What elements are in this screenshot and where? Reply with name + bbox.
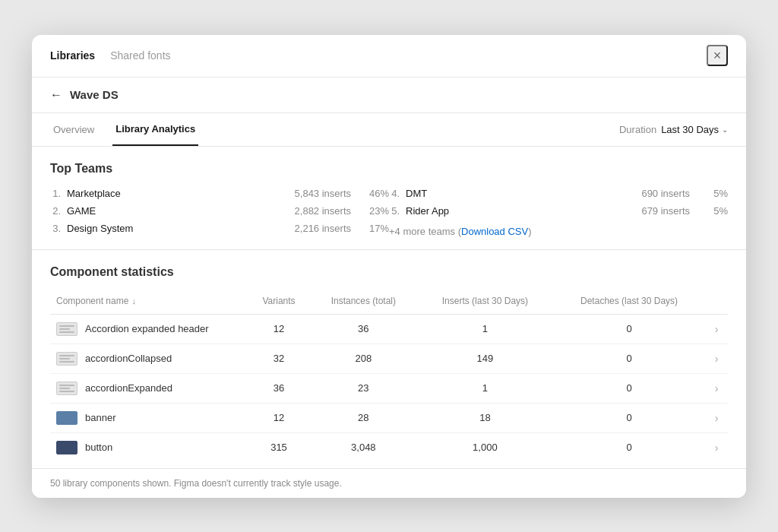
modal-footer: 50 library components shown. Figma doesn… [32,468,746,498]
team-row: 5. Rider App 679 inserts 5% [389,205,728,217]
table-row: accordionExpanded 36 23 1 0 › [50,373,728,403]
duration-dropdown[interactable]: Last 30 Days ⌄ [661,124,728,135]
teams-grid: 1. Marketplace 5,843 inserts 46% 2. GAME… [50,188,728,237]
team-pct: 17% [366,223,389,234]
inserts-cell: 1 [417,314,553,344]
component-icon [56,411,77,425]
instances-cell: 208 [310,344,417,373]
table-row: button 315 3,048 1,000 0 › [50,432,728,462]
team-pct: 46% [366,188,389,199]
team-inserts: 2,216 inserts [295,223,351,234]
detaches-cell: 0 [553,403,705,432]
back-button[interactable]: ← [50,88,62,102]
chevron-right-icon[interactable]: › [715,323,719,335]
component-name: button [85,442,112,453]
row-arrow-cell[interactable]: › [705,344,728,373]
table-row: Accordion expanded header 12 36 1 0 › [50,314,728,344]
team-name: Design System [67,223,143,234]
modal-container: Libraries Shared fonts × ← Wave DS Overv… [32,35,746,498]
team-row: 2. GAME 2,882 inserts 23% [50,205,389,217]
th-variants: Variants [248,291,310,315]
team-pct: 5% [705,205,728,217]
detaches-cell: 0 [553,432,705,462]
th-name: Component name ↓ [50,291,248,315]
inserts-cell: 1,000 [417,432,553,462]
instances-cell: 3,048 [310,432,417,462]
nav-row: Overview Library Analytics Duration Last… [32,113,746,147]
detaches-cell: 0 [553,314,705,344]
close-button[interactable]: × [707,45,728,66]
back-row: ← Wave DS [32,78,746,113]
download-csv-link[interactable]: Download CSV [461,226,528,237]
component-stats-section: Component statistics Component name ↓ Va… [32,249,746,468]
more-teams-row: +4 more teams (Download CSV) [389,226,728,237]
row-arrow-cell[interactable]: › [705,432,728,462]
tab-library-analytics[interactable]: Library Analytics [112,112,198,146]
team-inserts: 5,843 inserts [295,188,351,199]
detaches-cell: 0 [553,373,705,403]
team-name: Rider App [406,205,482,217]
chevron-right-icon[interactable]: › [715,353,719,365]
top-teams-title: Top Teams [50,162,728,176]
component-icon [56,322,77,336]
component-table: Component name ↓ Variants Instances (tot… [50,291,728,462]
component-name: Accordion expanded header [85,323,209,334]
team-pct: 5% [705,188,728,199]
team-row: 1. Marketplace 5,843 inserts 46% [50,188,389,199]
teams-right-col: 4. DMT 690 inserts 5% 5. Rider App 679 i… [389,188,728,237]
variants-cell: 315 [248,432,310,462]
variants-cell: 32 [248,344,310,373]
row-arrow-cell[interactable]: › [705,403,728,432]
component-name: accordionCollapsed [85,353,172,364]
variants-cell: 12 [248,403,310,432]
row-arrow-cell[interactable]: › [705,314,728,344]
footer-text: 50 library components shown. Figma doesn… [50,478,342,489]
component-icon [56,352,77,366]
th-inserts: Inserts (last 30 Days) [417,291,553,315]
instances-cell: 28 [310,403,417,432]
table-row: accordionCollapsed 32 208 149 0 › [50,344,728,373]
team-row: 4. DMT 690 inserts 5% [389,188,728,199]
component-name: banner [85,412,115,423]
chevron-right-icon[interactable]: › [715,442,719,454]
team-row: 3. Design System 2,216 inserts 17% [50,223,389,234]
team-name: DMT [406,188,482,199]
duration-label: Duration [619,124,656,135]
chevron-down-icon: ⌄ [722,125,728,134]
content-area: Top Teams 1. Marketplace 5,843 inserts 4… [32,147,746,468]
component-icon [56,441,77,454]
team-name: Marketplace [67,188,143,199]
duration-control: Duration Last 30 Days ⌄ [619,124,728,135]
detaches-cell: 0 [553,344,705,373]
chevron-right-icon[interactable]: › [715,382,719,394]
sort-icon: ↓ [131,296,136,306]
inserts-cell: 149 [417,344,553,373]
tab-overview[interactable]: Overview [50,112,97,146]
team-num: 1. [50,188,61,199]
instances-cell: 23 [310,373,417,403]
row-arrow-cell[interactable]: › [705,373,728,403]
team-pct: 23% [366,205,389,217]
component-icon [56,382,77,395]
team-num: 5. [389,205,400,217]
duration-value-text: Last 30 Days [661,124,719,135]
shared-fonts-tab[interactable]: Shared fonts [110,49,170,62]
inserts-cell: 1 [417,373,553,403]
team-num: 4. [389,188,400,199]
th-detaches: Detaches (last 30 Days) [553,291,705,315]
th-instances: Instances (total) [310,291,417,315]
variants-cell: 12 [248,314,310,344]
library-name: Wave DS [70,88,119,101]
variants-cell: 36 [248,373,310,403]
component-stats-title: Component statistics [50,265,728,279]
team-inserts: 2,882 inserts [295,205,351,217]
teams-left-col: 1. Marketplace 5,843 inserts 46% 2. GAME… [50,188,389,237]
team-num: 3. [50,223,61,234]
inserts-cell: 18 [417,403,553,432]
instances-cell: 36 [310,314,417,344]
top-teams-section: Top Teams 1. Marketplace 5,843 inserts 4… [32,147,746,249]
team-name: GAME [67,205,143,217]
chevron-right-icon[interactable]: › [715,412,719,424]
team-inserts: 690 inserts [641,188,690,199]
libraries-title: Libraries [50,49,95,62]
